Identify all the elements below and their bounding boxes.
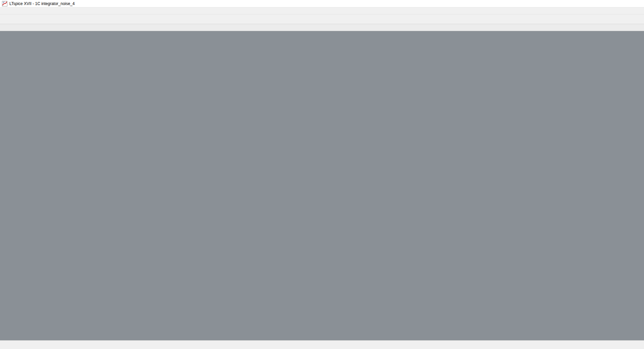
- app-title: LTspice XVII - 1C integrator_noise_4: [9, 1, 644, 6]
- menu-bar: [0, 7, 644, 14]
- toolbar: [0, 14, 644, 24]
- status-bar: [0, 340, 644, 349]
- tab-bar: [0, 24, 644, 31]
- app-titlebar: LTspice XVII - 1C integrator_noise_4: [0, 0, 644, 7]
- app-icon: [2, 1, 7, 6]
- mdi-area: [0, 31, 644, 340]
